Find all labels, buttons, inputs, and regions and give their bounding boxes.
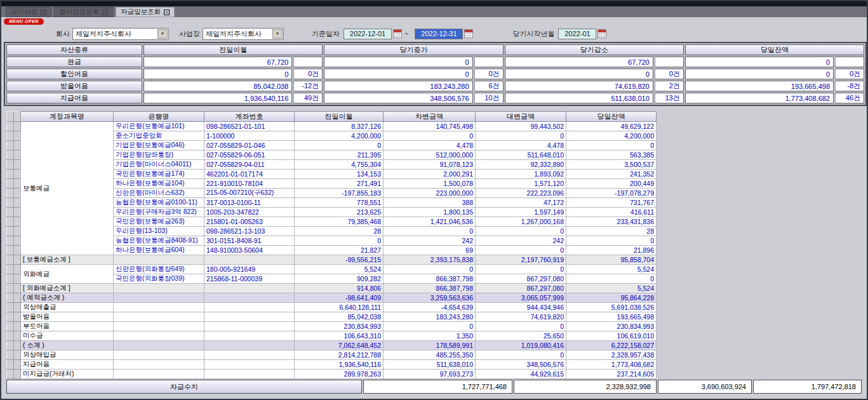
tab[interactable]: 결의전표등록× <box>54 7 113 17</box>
row-selector-cell[interactable] <box>14 189 21 198</box>
row-selector-cell[interactable] <box>14 179 21 189</box>
row-selector-cell[interactable] <box>7 331 14 341</box>
date-from-input[interactable]: 2022-12-01 <box>344 29 392 39</box>
row-selector-cell[interactable] <box>14 170 21 179</box>
row-selector-cell[interactable] <box>14 217 21 227</box>
summary-count-cell: 46건 <box>835 93 864 103</box>
credit-amount-cell: 0 <box>476 227 566 236</box>
row-selector-cell[interactable] <box>7 179 14 189</box>
row-selector-cell[interactable] <box>14 198 21 208</box>
row-selector-cell[interactable] <box>7 341 14 350</box>
summary-amount-cell: 67,720 <box>144 57 292 67</box>
row-selector-cell[interactable] <box>7 122 14 131</box>
row-selector-cell[interactable] <box>7 246 14 255</box>
row-selector-cell[interactable] <box>14 131 21 141</box>
bank-name-cell: 신한은행(마이너스632) <box>114 189 204 198</box>
detail-column-header: 전일이월 <box>295 112 384 122</box>
row-selector-cell[interactable] <box>7 208 14 217</box>
balance-amount-cell: 6,222,158,027 <box>566 341 657 350</box>
bank-name-cell <box>114 331 204 341</box>
balance-amount-cell: 28 <box>566 227 657 236</box>
debit-amount-cell: 4,478 <box>384 141 476 150</box>
row-selector-cell[interactable] <box>14 350 21 360</box>
row-selector-cell[interactable] <box>7 350 14 360</box>
row-selector-cell[interactable] <box>14 150 21 160</box>
bank-name-cell: 우리은행(13-103) <box>114 227 204 236</box>
account-label-cell: ( 소계 ) <box>21 341 114 350</box>
calendar-icon[interactable] <box>598 29 606 38</box>
row-selector-cell[interactable] <box>7 293 14 303</box>
row-selector-cell[interactable] <box>14 236 21 246</box>
period-start-input[interactable]: 2022-01 <box>558 29 596 39</box>
row-selector-cell[interactable] <box>7 284 14 293</box>
row-selector-cell[interactable] <box>7 312 14 322</box>
forward-amount-cell: 289,978,263 <box>295 370 384 379</box>
summary-column-header: 자산종류 <box>6 44 142 55</box>
summary-amount-cell: 193,665,498 <box>685 81 834 91</box>
chevron-down-icon[interactable]: ▼ <box>272 29 283 39</box>
row-selector-cell[interactable] <box>7 189 14 198</box>
company-select[interactable]: 제일저지주식회사 ▼ <box>72 28 169 40</box>
total-bar: 자금수지 1,727,771,468 2,328,932,998 3,690,6… <box>6 380 862 394</box>
row-selector-cell[interactable] <box>7 236 14 246</box>
row-selector-cell[interactable] <box>14 312 21 322</box>
tab[interactable]: 자금일보조회× <box>116 7 175 17</box>
menu-open-button[interactable]: MENU OPEN <box>4 18 44 25</box>
account-no-cell <box>204 350 295 360</box>
row-selector-cell[interactable] <box>14 360 21 370</box>
workplace-select[interactable]: 제일저지주식회사 ▼ <box>203 28 284 40</box>
row-selector-cell[interactable] <box>14 227 21 236</box>
close-icon[interactable]: × <box>164 10 170 15</box>
row-selector-cell[interactable] <box>7 150 14 160</box>
row-selector-cell[interactable] <box>7 227 14 236</box>
calendar-icon[interactable] <box>393 29 402 38</box>
row-selector-cell[interactable] <box>7 255 14 265</box>
table-row: 외화예금신한은행(외화통장649)180-005-9216495,524005,… <box>7 265 657 274</box>
credit-amount-cell: 242 <box>476 236 566 246</box>
row-selector-cell[interactable] <box>7 303 14 312</box>
row-selector-cell[interactable] <box>7 217 14 227</box>
row-selector-cell[interactable] <box>14 293 21 303</box>
row-selector-cell[interactable] <box>7 274 14 284</box>
row-selector-cell[interactable] <box>7 160 14 170</box>
row-selector-cell[interactable] <box>14 322 21 331</box>
row-selector-cell[interactable] <box>14 303 21 312</box>
account-no-cell: 317-0013-0100-11 <box>204 198 295 208</box>
row-selector-cell[interactable] <box>14 160 21 170</box>
row-selector-cell[interactable] <box>14 246 21 255</box>
bank-name-cell: 중소기업중앙회 <box>114 131 204 141</box>
row-selector-cell[interactable] <box>14 331 21 341</box>
row-selector-cell[interactable] <box>7 265 14 274</box>
row-selector-cell[interactable] <box>7 131 14 141</box>
account-no-cell <box>204 370 295 379</box>
row-selector-cell[interactable] <box>14 284 21 293</box>
row-selector-cell[interactable] <box>14 370 21 379</box>
row-selector-cell[interactable] <box>7 198 14 208</box>
row-selector-cell[interactable] <box>14 274 21 284</box>
row-selector-cell[interactable] <box>14 141 21 150</box>
forward-amount-cell: 6,640,128,111 <box>295 303 384 312</box>
row-selector-cell[interactable] <box>7 170 14 179</box>
row-selector-cell[interactable] <box>7 322 14 331</box>
date-to-input[interactable]: 2022-12-31 <box>415 29 463 39</box>
tab[interactable]: 공지사항× <box>6 7 51 17</box>
row-selector-cell[interactable] <box>7 141 14 150</box>
date-range-separator: ~ <box>404 30 408 37</box>
forward-amount-cell: 211,395 <box>295 150 384 160</box>
row-selector-cell[interactable] <box>14 341 21 350</box>
chevron-down-icon[interactable]: ▼ <box>157 29 168 39</box>
row-selector-cell[interactable] <box>14 265 21 274</box>
close-icon[interactable]: × <box>102 10 108 15</box>
row-selector-cell[interactable] <box>14 122 21 131</box>
row-selector-cell[interactable] <box>14 255 21 265</box>
row-selector-cell[interactable] <box>14 208 21 217</box>
row-selector-cell[interactable] <box>7 360 14 370</box>
table-row: 지급어음1,936,540,116511,638,010348,506,5761… <box>7 360 657 370</box>
debit-amount-cell: 1,421,046,536 <box>384 217 476 227</box>
close-icon[interactable]: × <box>41 10 46 15</box>
account-label-cell: 부도어음 <box>21 322 114 331</box>
summary-count-cell <box>835 57 864 67</box>
summary-row: 받을어음85,042,038-12건183,243,2806건74,619,82… <box>6 81 864 91</box>
row-selector-cell[interactable] <box>7 370 14 379</box>
calendar-icon[interactable] <box>464 29 473 38</box>
